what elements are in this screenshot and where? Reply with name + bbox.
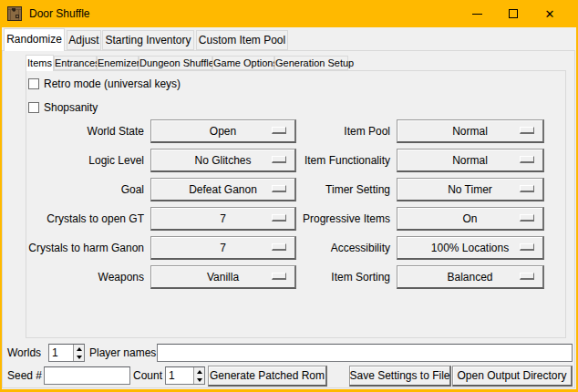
- items-tab-panel: [26, 70, 566, 338]
- goal-label: Goal: [26, 178, 144, 201]
- seed-input[interactable]: [44, 366, 130, 385]
- crystals-harm-ganon-dropdown[interactable]: 7: [150, 236, 296, 260]
- progressive-items-label: Progressive Items: [299, 207, 390, 231]
- window-title: Door Shuffle: [29, 0, 90, 27]
- retro-mode-label: Retro mode (universal keys): [44, 77, 181, 90]
- tab-enemizer[interactable]: Enemizer: [97, 56, 139, 70]
- logic-level-label: Logic Level: [26, 149, 144, 172]
- generate-patched-rom-button[interactable]: Generate Patched Rom: [208, 366, 327, 387]
- minimize-icon: [472, 14, 482, 15]
- dropdown-indicator-icon: [272, 214, 286, 222]
- tab-generation-setup[interactable]: Generation Setup: [274, 56, 348, 70]
- dropdown-indicator-icon: [272, 127, 286, 134]
- item-pool-value: Normal: [452, 125, 488, 138]
- spin-down-button[interactable]: [194, 376, 204, 384]
- goal-dropdown[interactable]: Defeat Ganon: [150, 178, 296, 201]
- tab-randomize[interactable]: Randomize: [4, 28, 65, 51]
- dropdown-indicator-icon: [272, 156, 286, 163]
- shopsanity-checkbox[interactable]: [28, 102, 39, 113]
- spin-up-icon: [197, 370, 202, 374]
- progressive-items-value: On: [462, 212, 477, 225]
- close-icon: ✕: [545, 8, 555, 20]
- item-sorting-label: Item Sorting: [299, 265, 390, 289]
- count-spinbox[interactable]: 1: [165, 366, 205, 385]
- item-sorting-dropdown[interactable]: Balanced: [397, 265, 544, 289]
- accessibility-dropdown[interactable]: 100% Locations: [397, 236, 544, 260]
- timer-setting-label: Timer Setting: [299, 178, 390, 201]
- tab-items[interactable]: Items: [26, 55, 54, 71]
- player-names-input[interactable]: [157, 344, 573, 362]
- weapons-value: Vanilla: [207, 271, 239, 284]
- seed-label: Seed #: [7, 366, 42, 385]
- maximize-icon: [509, 9, 518, 18]
- world-state-dropdown[interactable]: Open: [150, 119, 296, 143]
- weapons-label: Weapons: [26, 265, 144, 289]
- accessibility-label: Accessibility: [299, 236, 390, 260]
- count-label: Count: [133, 366, 162, 385]
- item-functionality-label: Item Functionality: [299, 149, 390, 172]
- timer-setting-dropdown[interactable]: No Timer: [397, 178, 544, 201]
- tab-dungeon-shuffle[interactable]: Dungeon Shuffle: [139, 56, 212, 70]
- app-window: Door Shuffle ✕ Randomize Adjust Starting…: [0, 0, 578, 392]
- tab-starting-inventory[interactable]: Starting Inventory: [102, 30, 194, 50]
- count-value: 1: [169, 367, 192, 384]
- spin-up-icon: [77, 347, 82, 351]
- world-state-value: Open: [210, 125, 236, 138]
- spin-up-button[interactable]: [194, 367, 204, 376]
- item-sorting-value: Balanced: [447, 271, 492, 284]
- maximize-button[interactable]: [498, 0, 529, 27]
- minimize-button[interactable]: [461, 0, 492, 27]
- dropdown-indicator-icon: [520, 156, 534, 163]
- worlds-label: Worlds: [7, 344, 41, 362]
- crystals-open-gt-value: 7: [220, 212, 226, 225]
- crystals-harm-ganon-label: Crystals to harm Ganon: [26, 236, 144, 260]
- count-spin-buttons: [193, 367, 204, 384]
- spin-down-icon: [77, 356, 82, 359]
- crystals-open-gt-dropdown[interactable]: 7: [150, 207, 296, 231]
- retro-mode-checkbox[interactable]: [28, 78, 39, 89]
- client-area: Randomize Adjust Starting Inventory Cust…: [2, 27, 576, 389]
- progressive-items-dropdown[interactable]: On: [397, 207, 544, 231]
- tab-custom-item-pool[interactable]: Custom Item Pool: [196, 30, 288, 50]
- accessibility-value: 100% Locations: [431, 242, 509, 254]
- dropdown-indicator-icon: [272, 273, 286, 280]
- save-settings-button[interactable]: Save Settings to File: [349, 366, 451, 387]
- crystals-harm-ganon-value: 7: [220, 242, 226, 254]
- crystals-open-gt-label: Crystals to open GT: [26, 207, 144, 231]
- dropdown-indicator-icon: [520, 273, 534, 280]
- dropdown-indicator-icon: [520, 243, 534, 251]
- tab-adjust[interactable]: Adjust: [67, 30, 101, 50]
- close-button[interactable]: ✕: [534, 0, 565, 27]
- worlds-spinbox[interactable]: 1: [48, 344, 85, 362]
- spin-down-icon: [197, 378, 202, 382]
- tab-entrances[interactable]: Entrances: [54, 56, 97, 70]
- tab-game-options[interactable]: Game Options: [212, 56, 274, 70]
- logic-level-value: No Glitches: [194, 154, 251, 167]
- open-output-directory-button[interactable]: Open Output Directory: [452, 366, 573, 387]
- dropdown-indicator-icon: [520, 185, 534, 192]
- item-pool-dropdown[interactable]: Normal: [397, 119, 544, 143]
- spin-down-button[interactable]: [74, 353, 84, 361]
- title-bar: Door Shuffle ✕: [0, 0, 578, 27]
- weapons-dropdown[interactable]: Vanilla: [150, 265, 296, 289]
- item-functionality-value: Normal: [452, 154, 488, 167]
- spin-up-button[interactable]: [74, 345, 84, 353]
- dropdown-indicator-icon: [520, 214, 534, 222]
- worlds-value: 1: [52, 345, 72, 361]
- shopsanity-label: Shopsanity: [44, 101, 98, 114]
- item-functionality-dropdown[interactable]: Normal: [397, 149, 544, 172]
- dropdown-indicator-icon: [272, 185, 286, 192]
- world-state-label: World State: [26, 119, 144, 143]
- dropdown-indicator-icon: [272, 243, 286, 251]
- item-pool-label: Item Pool: [299, 119, 390, 143]
- logic-level-dropdown[interactable]: No Glitches: [150, 149, 296, 172]
- worlds-spin-buttons: [73, 345, 84, 361]
- dropdown-indicator-icon: [520, 127, 534, 134]
- player-names-label: Player names: [89, 344, 156, 362]
- goal-value: Defeat Ganon: [189, 183, 257, 196]
- timer-setting-value: No Timer: [448, 183, 492, 196]
- door-icon: [7, 6, 22, 21]
